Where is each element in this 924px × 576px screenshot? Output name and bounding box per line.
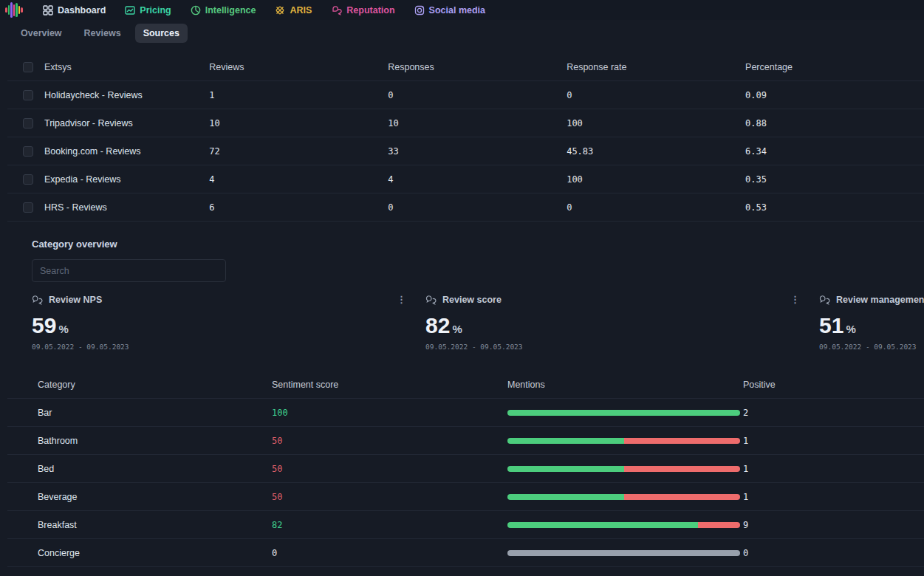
- kpi-cards-row: Review NPS ⋮ 59 % 09.05.2022 - 09.05.202…: [0, 295, 924, 360]
- source-name: Tripadvisor - Reviews: [44, 118, 209, 128]
- category-name: Bed: [38, 464, 272, 474]
- positive-value: 1: [743, 436, 832, 446]
- source-row[interactable]: Expedia - Reviews 4 4 100 0.35: [7, 165, 924, 193]
- column-header-positive[interactable]: Positive: [743, 380, 832, 390]
- card-unit: %: [846, 323, 855, 335]
- nav-item-pricing[interactable]: Pricing: [125, 5, 171, 16]
- kebab-menu-icon[interactable]: ⋮: [397, 295, 406, 304]
- category-row[interactable]: Bathroom 50 1: [7, 427, 924, 455]
- nav-item-aris[interactable]: ARIS: [275, 5, 312, 16]
- card-value: 51: [819, 315, 843, 337]
- sentiment-score-value: 100: [272, 408, 507, 418]
- app-logo-icon[interactable]: [4, 2, 24, 18]
- category-name: Bathroom: [38, 436, 272, 446]
- pie-chart-icon: [191, 5, 201, 16]
- mentions-bar: [507, 522, 740, 528]
- percentage-value: 0.09: [745, 90, 924, 100]
- source-name: HRS - Reviews: [44, 202, 209, 213]
- column-header-response-rate[interactable]: Response rate: [567, 62, 745, 72]
- mentions-cell: [507, 522, 743, 528]
- category-name: Concierge: [38, 548, 272, 558]
- category-table-header: Category Sentiment score Mentions Positi…: [7, 371, 924, 399]
- percentage-value: 0.53: [745, 202, 924, 213]
- row-checkbox[interactable]: [23, 202, 33, 213]
- tab-sources[interactable]: Sources: [135, 24, 188, 43]
- column-header-extsys[interactable]: Extsys: [44, 62, 209, 72]
- row-checkbox[interactable]: [23, 90, 33, 100]
- row-checkbox[interactable]: [23, 146, 33, 157]
- nav-item-intelligence[interactable]: Intelligence: [191, 5, 256, 16]
- percentage-value: 0.88: [745, 118, 924, 128]
- chat-bubbles-icon: [32, 295, 43, 305]
- category-name: Bar: [38, 408, 272, 418]
- card-review-score: Review score ⋮ 82 % 09.05.2022 - 09.05.2…: [425, 295, 819, 360]
- category-name: Breakfast: [38, 520, 272, 530]
- source-row[interactable]: Tripadvisor - Reviews 10 10 100 0.88: [7, 109, 924, 137]
- mentions-bar: [507, 438, 740, 444]
- category-row[interactable]: Beverage 50 1: [7, 483, 924, 511]
- source-row[interactable]: Holidaycheck - Reviews 1 0 0 0.09: [7, 81, 924, 109]
- category-row[interactable]: Concierge 0 0: [7, 539, 924, 567]
- reviews-value: 72: [209, 146, 388, 157]
- positive-value: 1: [743, 464, 832, 474]
- column-header-percentage[interactable]: Percentage: [745, 62, 924, 72]
- tab-reviews[interactable]: Reviews: [76, 24, 129, 43]
- category-table: Category Sentiment score Mentions Positi…: [7, 371, 924, 567]
- section-tabs: Overview Reviews Sources: [0, 20, 924, 47]
- card-date-range: 09.05.2022 - 09.05.2023: [425, 343, 819, 351]
- select-all-checkbox[interactable]: [23, 62, 33, 72]
- grid-icon: [43, 5, 53, 16]
- card-title: Review score: [442, 295, 502, 305]
- responses-value: 4: [388, 174, 567, 185]
- nav-label: Dashboard: [58, 5, 106, 16]
- chat-bubbles-icon: [819, 295, 830, 305]
- nav-label: Reputation: [346, 5, 394, 16]
- search-input[interactable]: [32, 259, 226, 282]
- category-row[interactable]: Breakfast 82 9: [7, 511, 924, 539]
- column-header-reviews[interactable]: Reviews: [209, 62, 388, 72]
- top-navigation: Dashboard Pricing Intelligence ARIS Repu…: [0, 0, 924, 20]
- reviews-value: 10: [209, 118, 388, 128]
- column-header-mentions[interactable]: Mentions: [507, 380, 743, 390]
- nav-label: ARIS: [290, 5, 312, 16]
- column-header-category[interactable]: Category: [38, 380, 272, 390]
- percentage-value: 6.34: [745, 146, 924, 157]
- response-rate-value: 100: [567, 174, 745, 185]
- tab-overview[interactable]: Overview: [13, 24, 70, 43]
- category-row[interactable]: Bar 100 2: [7, 399, 924, 427]
- knot-icon: [275, 5, 285, 16]
- nav-item-reputation[interactable]: Reputation: [331, 5, 394, 16]
- column-header-responses[interactable]: Responses: [388, 62, 567, 72]
- mentions-cell: [507, 466, 743, 472]
- mentions-cell: [507, 494, 743, 500]
- positive-value: 2: [743, 408, 832, 418]
- mentions-bar: [507, 494, 740, 500]
- kebab-menu-icon[interactable]: ⋮: [790, 295, 800, 304]
- positive-value: 1: [743, 492, 832, 502]
- responses-value: 0: [388, 202, 567, 213]
- nav-label: Social media: [429, 5, 485, 16]
- reviews-value: 6: [209, 202, 388, 213]
- row-checkbox[interactable]: [23, 118, 33, 128]
- category-row[interactable]: Bed 50 1: [7, 455, 924, 483]
- nav-item-dashboard[interactable]: Dashboard: [43, 5, 106, 16]
- column-header-sentiment-score[interactable]: Sentiment score: [272, 380, 507, 390]
- card-unit: %: [58, 323, 68, 335]
- response-rate-value: 0: [567, 202, 745, 213]
- camera-icon: [414, 5, 425, 16]
- card-date-range: 09.05.2022 - 09.05.2023: [32, 343, 425, 351]
- category-name: Beverage: [38, 492, 272, 502]
- row-checkbox[interactable]: [23, 174, 33, 185]
- source-row[interactable]: HRS - Reviews 6 0 0 0.53: [7, 193, 924, 222]
- reviews-value: 1: [209, 90, 388, 100]
- mentions-cell: [507, 438, 743, 444]
- card-title: Review NPS: [49, 295, 102, 305]
- response-rate-value: 0: [567, 90, 745, 100]
- sentiment-score-value: 0: [272, 548, 507, 558]
- line-chart-icon: [125, 5, 135, 16]
- source-name: Expedia - Reviews: [44, 174, 209, 185]
- sentiment-score-value: 50: [272, 492, 507, 502]
- source-name: Booking.com - Reviews: [44, 146, 209, 157]
- nav-item-social-media[interactable]: Social media: [414, 5, 485, 16]
- source-row[interactable]: Booking.com - Reviews 72 33 45.83 6.34: [7, 137, 924, 165]
